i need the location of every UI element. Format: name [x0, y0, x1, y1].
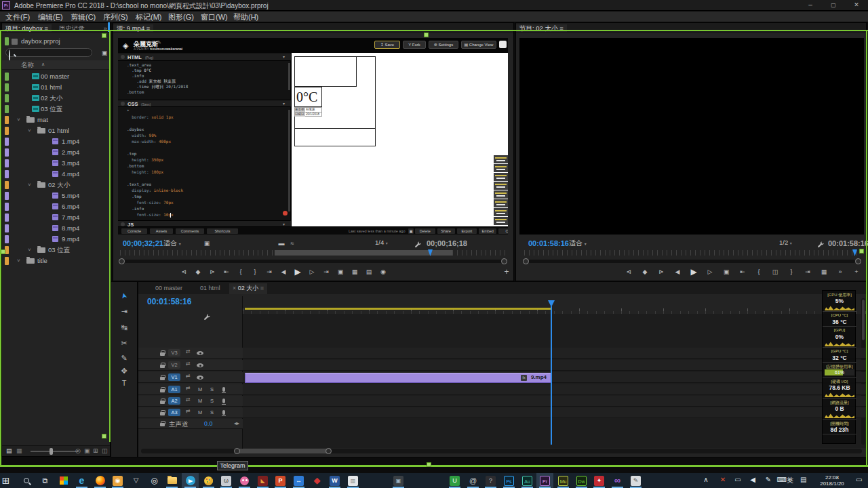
tray-expand-icon[interactable]: ∧	[701, 476, 711, 483]
close-button[interactable]: ✕	[846, 0, 867, 11]
go-to-previous-marker-button[interactable]: ⊲	[178, 267, 189, 277]
timeline-timecode[interactable]: 00:01:58:16	[147, 297, 191, 306]
overwrite-button[interactable]: ▦	[349, 267, 360, 277]
source-resolution-dropdown[interactable]: 1/4 ▾	[375, 239, 388, 246]
voiceover-mic-icon[interactable]	[222, 399, 225, 403]
wrench-icon[interactable]	[203, 312, 211, 324]
footer-share-button[interactable]: Share	[437, 228, 455, 234]
project-item-row[interactable]: 6.mp4	[2, 201, 110, 212]
find-bin-icon[interactable]: ▣	[99, 48, 110, 58]
master-track-options-icon[interactable]: ◂▸	[234, 420, 239, 426]
sync-lock-icon[interactable]: ⇄	[186, 361, 191, 367]
project-root-row[interactable]: daybox.prproj	[2, 37, 110, 47]
word-app[interactable]: W	[326, 473, 343, 488]
camera-button[interactable]: ◉	[378, 267, 389, 277]
type-tool[interactable]: T	[119, 379, 130, 387]
html-editor-header[interactable]: HTML (Pug) ▾	[118, 54, 291, 61]
track-visibility-eye-icon[interactable]	[197, 375, 203, 380]
footer-shortcuts-button[interactable]: Shortcuts	[207, 228, 238, 234]
new-item-icon[interactable]: ⊞	[93, 447, 98, 454]
footer-collections-button[interactable]: Collections	[498, 228, 508, 234]
drag-video-icon[interactable]: ▬	[276, 239, 287, 248]
timeline-clip[interactable]: fx 9.mp4	[245, 373, 551, 383]
collapse-html-icon[interactable]: ▾	[283, 54, 285, 59]
file-explorer[interactable]	[163, 473, 180, 488]
collapse-css-icon[interactable]: ▾	[283, 101, 285, 106]
zoom-slider[interactable]	[31, 451, 78, 452]
selection-tool[interactable]: ➤	[119, 289, 130, 302]
add-marker-button[interactable]: ◆	[193, 267, 203, 277]
lock-icon[interactable]	[160, 389, 165, 392]
find-icon[interactable]: ◎	[75, 447, 81, 454]
drag-audio-icon[interactable]: ≈	[287, 239, 298, 248]
css-editor-header[interactable]: CSS (Sass) ▾	[118, 100, 291, 107]
html-scrollbar[interactable]	[288, 63, 290, 90]
voiceover-mic-icon[interactable]	[222, 387, 225, 392]
clear-icon[interactable]: ◫	[102, 447, 108, 454]
more-button[interactable]: »	[835, 267, 846, 277]
css-error-badge[interactable]	[283, 211, 288, 216]
telegram-app[interactable]	[182, 473, 199, 488]
minimize-button[interactable]: –	[800, 0, 821, 11]
lock-icon[interactable]	[160, 352, 165, 356]
track-badge-a3[interactable]: A3	[168, 409, 180, 416]
project-item-row[interactable]: 02 大小	[2, 93, 110, 104]
project-item-row[interactable]: ˅mat	[2, 115, 110, 125]
twirl-icon[interactable]: ˅	[28, 125, 31, 136]
timeline-ruler[interactable]	[243, 296, 867, 314]
track-visibility-eye-icon[interactable]	[197, 351, 203, 355]
editor-gear-icon[interactable]	[121, 102, 125, 106]
zoombar-right-handle[interactable]	[501, 258, 507, 264]
add-button[interactable]: +	[851, 267, 862, 277]
dragon-app[interactable]: ◣	[254, 473, 271, 488]
sync-lock-icon[interactable]: ⇄	[186, 348, 191, 354]
master-volume-value[interactable]: 0.0	[204, 420, 213, 427]
track-badge-a1[interactable]: A1	[168, 386, 180, 393]
go-to-previous-marker-button[interactable]: ⊲	[623, 267, 634, 277]
go-to-next-marker-button[interactable]: ⊳	[207, 267, 218, 277]
footer-comments-button[interactable]: Comments	[176, 228, 204, 234]
selection-overlay-handle[interactable]	[427, 462, 431, 467]
avatar[interactable]	[499, 41, 507, 48]
voiceover-mic-icon[interactable]	[222, 410, 225, 415]
edit-title-icon[interactable]: ✎	[157, 40, 161, 45]
start-button[interactable]: ⊞	[0, 473, 14, 488]
project-item-row[interactable]: 7.mp4	[2, 212, 110, 223]
store-app[interactable]	[55, 473, 72, 488]
track-content-v3[interactable]	[243, 348, 867, 359]
collapse-js-icon[interactable]: ▾	[283, 222, 285, 226]
lock-icon[interactable]	[160, 401, 165, 404]
mark-in-button[interactable]: {	[753, 267, 764, 277]
hand-tool[interactable]: ✥	[119, 367, 130, 375]
go-to-next-marker-button[interactable]: ⊳	[656, 267, 667, 277]
go-to-out-button[interactable]: ⇥	[264, 267, 275, 277]
mute-button[interactable]: M	[198, 407, 202, 418]
firefox-browser[interactable]	[92, 473, 108, 488]
lock-icon[interactable]	[160, 412, 165, 415]
diamond-app[interactable]: ◆	[309, 473, 326, 488]
menu-item-4[interactable]: 序列(S)	[103, 12, 128, 22]
selection-overlay-handle[interactable]	[102, 33, 106, 38]
codepen-save-button[interactable]: ↥ Save	[374, 41, 400, 49]
track-badge-v3[interactable]: V3	[168, 349, 180, 357]
codepen-fork-button[interactable]: Y Fork	[403, 41, 426, 49]
menu-item-2[interactable]: 编辑(E)	[38, 12, 63, 22]
tray-antivirus-icon[interactable]: ✕	[717, 476, 728, 483]
green-app[interactable]: U	[446, 473, 463, 488]
project-item-row[interactable]: 03 位置	[2, 104, 110, 115]
twirl-icon[interactable]: ˅	[28, 180, 31, 190]
program-fit-dropdown[interactable]: 适合 ▾	[569, 239, 587, 248]
source-settings-icon[interactable]: ▣	[201, 239, 212, 248]
program-resolution-dropdown[interactable]: 1/2 ▾	[779, 239, 792, 246]
track-badge-a2[interactable]: A2	[168, 397, 180, 405]
mark-in-button[interactable]: {	[235, 267, 246, 277]
step-forward-button[interactable]: ▷	[705, 267, 715, 277]
mark-out-button[interactable]: }	[250, 267, 260, 277]
play-button[interactable]: ▶	[688, 267, 699, 277]
footer-assets-button[interactable]: Assets	[150, 228, 173, 234]
edge-browser[interactable]: e	[73, 473, 90, 488]
action-center-icon[interactable]: ▭	[856, 476, 862, 483]
track-select-forward-tool[interactable]: ⇥	[119, 307, 130, 316]
twirl-icon[interactable]: ˅	[17, 115, 20, 125]
task-view-button[interactable]: ⧉	[37, 473, 54, 488]
